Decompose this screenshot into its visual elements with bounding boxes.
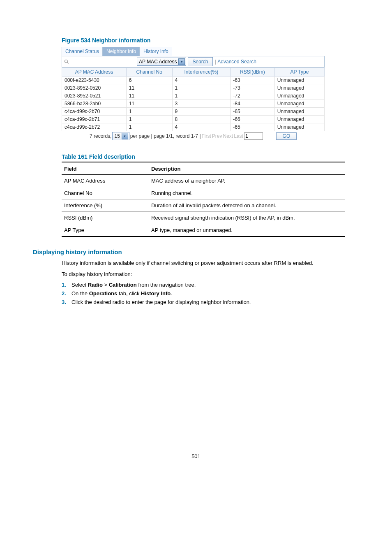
table-cell: -84 [231,100,275,108]
table-cell: 1 [126,108,172,116]
col-ap-mac[interactable]: AP MAC Address [62,68,127,76]
pager-first[interactable]: First [202,133,211,139]
table-cell: Unmanaged [274,116,324,123]
pager-range-text: per page | page 1/1, record 1-7 | [130,133,201,139]
tab-channel-status[interactable]: Channel Status [62,47,103,56]
table-cell: RSSI (dBm) [62,212,149,224]
table-cell: c4ca-d99c-2b70 [62,108,127,116]
table-row[interactable]: 5866-ba28-2ab0113-84Unmanaged [62,100,325,108]
field-description-table: Field Description AP MAC AddressMAC addr… [62,162,345,237]
page-number-input[interactable] [244,132,263,140]
svg-line-1 [67,63,69,64]
search-icon [64,59,69,65]
table-row[interactable]: c4ca-d99c-2b7118-66Unmanaged [62,116,325,123]
table-row: Interference (%)Duration of all invalid … [62,199,345,212]
section-heading: Displaying history information [33,248,359,255]
neighbor-table: AP MAC Address Channel No Interference(%… [62,67,325,131]
per-page-value: 15 [114,133,120,139]
table-title: Table 161 Field description [62,153,359,160]
search-bar: AP MAC Address ▾ Search Advanced Search [62,56,325,67]
search-button[interactable]: Search [188,57,212,66]
table-cell: AP type, managed or unmanaged. [149,224,345,237]
tab-neighbor-info[interactable]: Neighbor Info [103,47,140,56]
table-row: Channel NoRunning channel. [62,187,345,199]
chevron-down-icon: ▾ [178,58,185,65]
pager-next[interactable]: Next [223,133,233,139]
desc-header-field: Field [62,162,149,175]
svg-point-0 [65,60,68,63]
list-item: 1.Select Radio > Calibration from the na… [62,282,345,288]
table-cell: 11 [126,84,172,92]
table-cell: Unmanaged [274,123,324,131]
table-row[interactable]: c4ca-d99c-2b7214-65Unmanaged [62,123,325,131]
table-cell: 0023-8952-0520 [62,84,127,92]
per-page-select[interactable]: 15 ▾ [112,132,129,140]
search-field-select[interactable]: AP MAC Address ▾ [137,58,186,66]
table-cell: Unmanaged [274,100,324,108]
table-cell: 4 [172,76,231,84]
table-cell: 1 [126,116,172,123]
table-row[interactable]: 000f-e223-543064-63Unmanaged [62,76,325,84]
ui-screenshot: Channel Status Neighbor Info History Inf… [62,47,325,140]
table-cell: 000f-e223-5430 [62,76,127,84]
table-cell: -63 [231,76,275,84]
desc-header-description: Description [149,162,345,175]
table-cell: 5866-ba28-2ab0 [62,100,127,108]
table-cell: 9 [172,108,231,116]
body-text: History information is available only if… [62,260,345,305]
table-cell: 4 [172,123,231,131]
table-cell: 0023-8952-0521 [62,92,127,100]
table-cell: c4ca-d99c-2b72 [62,123,127,131]
list-item: 2.On the Operations tab, click History I… [62,290,345,297]
col-rssi[interactable]: RSSI(dBm) [231,68,275,76]
table-row: AP TypeAP type, managed or unmanaged. [62,224,345,237]
pager: 7 records, 15 ▾ per page | page 1/1, rec… [62,132,325,140]
table-cell: 1 [126,123,172,131]
table-cell: 3 [172,100,231,108]
chevron-down-icon: ▾ [122,133,128,139]
table-cell: -65 [231,123,275,131]
table-cell: Unmanaged [274,92,324,100]
table-cell: 8 [172,116,231,123]
table-row: RSSI (dBm)Received signal strength indic… [62,212,345,224]
table-row[interactable]: c4ca-d99c-2b7019-65Unmanaged [62,108,325,116]
table-cell: Channel No [62,187,149,199]
col-ap-type[interactable]: AP Type [274,68,324,76]
table-cell: -66 [231,116,275,123]
search-field-select-value: AP MAC Address [139,59,177,65]
table-cell: Running channel. [149,187,345,199]
body-paragraph: History information is available only if… [62,260,345,267]
col-interference[interactable]: Interference(%) [172,68,231,76]
table-cell: Unmanaged [274,108,324,116]
col-channel-no[interactable]: Channel No [126,68,172,76]
table-cell: AP MAC Address [62,175,149,187]
pager-last[interactable]: Last [234,133,243,139]
tab-history-info[interactable]: History Info [140,47,172,56]
table-cell: Duration of all invalid packets detected… [149,199,345,212]
table-cell: Unmanaged [274,76,324,84]
table-cell: 11 [126,92,172,100]
table-cell: -72 [231,92,275,100]
table-cell: Received signal strength indication (RSS… [149,212,345,224]
table-row[interactable]: 0023-8952-0521111-72Unmanaged [62,92,325,100]
page-number: 501 [33,453,359,459]
table-cell: 11 [126,100,172,108]
table-cell: Interference (%) [62,199,149,212]
go-button[interactable]: GO [276,132,297,140]
pager-records-text: 7 records, [90,133,111,139]
table-cell: Unmanaged [274,84,324,92]
table-cell: 1 [172,92,231,100]
advanced-search-link[interactable]: Advanced Search [215,59,257,65]
tab-bar: Channel Status Neighbor Info History Inf… [62,47,325,56]
table-cell: -73 [231,84,275,92]
figure-title: Figure 534 Neighbor information [62,37,359,44]
table-cell: 1 [172,84,231,92]
table-cell: AP Type [62,224,149,237]
search-input[interactable] [72,58,135,65]
table-row[interactable]: 0023-8952-0520111-73Unmanaged [62,84,325,92]
table-cell: MAC address of a neighbor AP. [149,175,345,187]
table-cell: 6 [126,76,172,84]
pager-prev[interactable]: Prev [212,133,222,139]
table-cell: -65 [231,108,275,116]
list-item: 3.Click the desired radio to enter the p… [62,299,345,305]
